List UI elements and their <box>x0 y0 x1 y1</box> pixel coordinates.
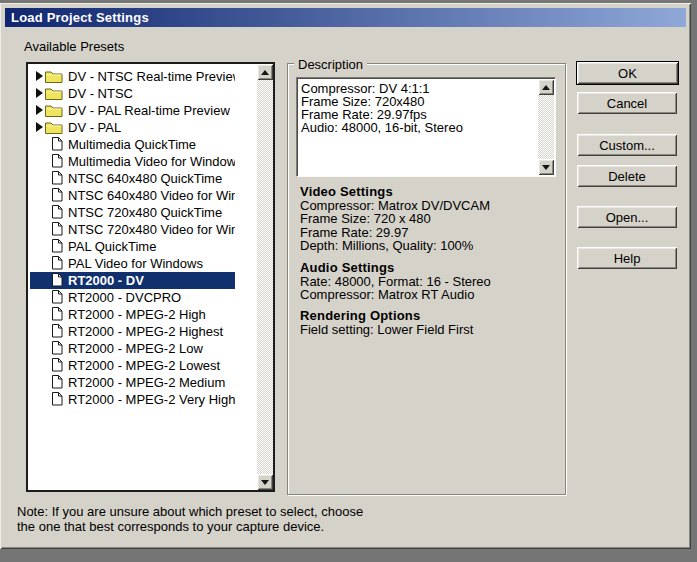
section-heading: Audio Settings <box>300 260 558 275</box>
scroll-down-arrow-icon <box>261 480 269 485</box>
preset-list-item[interactable]: NTSC 720x480 QuickTime <box>30 204 235 221</box>
document-icon <box>52 324 63 338</box>
preset-label: Multimedia Video for Windows <box>68 155 235 168</box>
section-heading: Video Settings <box>300 184 558 199</box>
preset-list-item[interactable]: RT2000 - MPEG-2 Low <box>30 340 235 357</box>
scroll-up-arrow-icon <box>261 70 269 75</box>
folder-icon <box>45 104 63 117</box>
preset-list-item[interactable]: RT2000 - DV <box>30 272 235 289</box>
document-icon <box>52 137 63 151</box>
scroll-down-button[interactable] <box>257 474 273 490</box>
preset-label: RT2000 - DVCPRO <box>68 291 181 304</box>
preset-list-item[interactable]: DV - PAL Real-time Preview <box>30 102 235 119</box>
preset-list-item[interactable]: DV - NTSC <box>30 85 235 102</box>
preset-label: RT2000 - MPEG-2 High <box>68 308 206 321</box>
note-text: Note: If you are unsure about which pres… <box>17 505 363 534</box>
document-icon <box>52 154 63 168</box>
preset-list-item[interactable]: NTSC 640x480 Video for Windows <box>30 187 235 204</box>
section-line: Compressor: Matrox DV/DVCAM <box>300 199 558 212</box>
document-icon <box>52 188 63 202</box>
preset-list-rows: DV - NTSC Real-time Preview DV - NTSC DV… <box>30 68 235 482</box>
settings-section: Rendering OptionsField setting: Lower Fi… <box>300 308 558 336</box>
scrollbar-track[interactable] <box>538 95 554 159</box>
scroll-up-arrow-icon <box>542 85 550 90</box>
help-button[interactable]: Help <box>577 247 677 269</box>
preset-label: RT2000 - MPEG-2 Low <box>68 342 203 355</box>
preset-list-item[interactable]: RT2000 - MPEG-2 Very High <box>30 391 235 408</box>
document-icon <box>52 222 63 236</box>
preset-list-scrollbar[interactable] <box>257 64 273 490</box>
folder-icon <box>45 70 63 83</box>
document-icon <box>52 307 63 321</box>
cancel-button[interactable]: Cancel <box>577 92 677 114</box>
dialog-title: Load Project Settings <box>5 10 149 25</box>
scrollbar-track[interactable] <box>257 80 273 474</box>
scroll-down-button[interactable] <box>538 159 554 175</box>
folder-icon <box>45 87 63 100</box>
preset-label: NTSC 720x480 QuickTime <box>68 206 222 219</box>
preset-list-item[interactable]: Multimedia Video for Windows <box>30 153 235 170</box>
preset-label: RT2000 - MPEG-2 Very High <box>68 393 235 406</box>
preset-label: RT2000 - DV <box>68 274 144 287</box>
document-icon <box>52 171 63 185</box>
section-line: Frame Rate: 29.97 <box>300 226 558 239</box>
expand-triangle-icon[interactable] <box>36 105 43 115</box>
preset-list-item[interactable]: RT2000 - MPEG-2 Lowest <box>30 357 235 374</box>
preset-list-item[interactable]: NTSC 720x480 Video for Windows <box>30 221 235 238</box>
preset-list-item[interactable]: Multimedia QuickTime <box>30 136 235 153</box>
description-text-area[interactable]: Compressor: DV 4:1:1Frame Size: 720x480F… <box>296 77 556 177</box>
preset-list-item[interactable]: RT2000 - MPEG-2 Highest <box>30 323 235 340</box>
scroll-down-arrow-icon <box>542 165 550 170</box>
preset-label: RT2000 - MPEG-2 Medium <box>68 376 225 389</box>
preset-list-item[interactable]: PAL Video for Windows <box>30 255 235 272</box>
preset-list-item[interactable]: NTSC 640x480 QuickTime <box>30 170 235 187</box>
document-icon <box>52 290 63 304</box>
custom-button[interactable]: Custom... <box>577 134 677 156</box>
preset-list-item[interactable]: RT2000 - MPEG-2 Medium <box>30 374 235 391</box>
screen: Load Project Settings Available Presets … <box>0 0 697 562</box>
note-line: Note: If you are unsure about which pres… <box>17 505 363 520</box>
preset-list-item[interactable]: DV - PAL <box>30 119 235 136</box>
preset-list-item[interactable]: PAL QuickTime <box>30 238 235 255</box>
description-group-label: Description <box>294 57 367 72</box>
settings-details: Video SettingsCompressor: Matrox DV/DVCA… <box>300 184 558 344</box>
document-icon <box>52 341 63 355</box>
preset-list-item[interactable]: RT2000 - MPEG-2 High <box>30 306 235 323</box>
expand-triangle-icon[interactable] <box>36 71 43 81</box>
preset-label: RT2000 - MPEG-2 Lowest <box>68 359 220 372</box>
preset-label: DV - PAL Real-time Preview <box>68 104 230 117</box>
preset-label: DV - NTSC <box>68 87 133 100</box>
settings-section: Video SettingsCompressor: Matrox DV/DVCA… <box>300 184 558 253</box>
section-line: Frame Size: 720 x 480 <box>300 212 558 225</box>
folder-icon <box>45 121 63 134</box>
preset-label: DV - PAL <box>68 121 121 134</box>
note-line: the one that best corresponds to your ca… <box>17 520 363 535</box>
preset-label: DV - NTSC Real-time Preview <box>68 70 235 83</box>
document-icon <box>52 358 63 372</box>
delete-button[interactable]: Delete <box>577 165 677 187</box>
preset-label: Multimedia QuickTime <box>68 138 196 151</box>
scroll-up-button[interactable] <box>257 64 273 80</box>
preset-label: NTSC 640x480 Video for Windows <box>68 189 235 202</box>
description-summary: Compressor: DV 4:1:1Frame Size: 720x480F… <box>301 82 536 174</box>
title-bar[interactable]: Load Project Settings <box>5 8 686 27</box>
document-icon <box>52 205 63 219</box>
section-line: Compressor: Matrox RT Audio <box>300 288 558 301</box>
preset-label: NTSC 720x480 Video for Windows <box>68 223 235 236</box>
preset-list-item[interactable]: RT2000 - DVCPRO <box>30 289 235 306</box>
preset-label: PAL QuickTime <box>68 240 156 253</box>
available-presets-label: Available Presets <box>24 39 124 54</box>
scroll-up-button[interactable] <box>538 79 554 95</box>
document-icon <box>52 392 63 406</box>
expand-triangle-icon[interactable] <box>36 122 43 132</box>
preset-list-item[interactable]: DV - NTSC Real-time Preview <box>30 68 235 85</box>
open-button[interactable]: Open... <box>577 206 677 228</box>
preset-label: RT2000 - MPEG-2 Highest <box>68 325 223 338</box>
document-icon <box>52 239 63 253</box>
description-scrollbar[interactable] <box>538 79 554 175</box>
preset-list[interactable]: DV - NTSC Real-time Preview DV - NTSC DV… <box>26 62 275 492</box>
expand-triangle-icon[interactable] <box>36 88 43 98</box>
ok-button[interactable]: OK <box>576 61 679 85</box>
document-icon <box>52 375 63 389</box>
section-line: Rate: 48000, Format: 16 - Stereo <box>300 275 558 288</box>
